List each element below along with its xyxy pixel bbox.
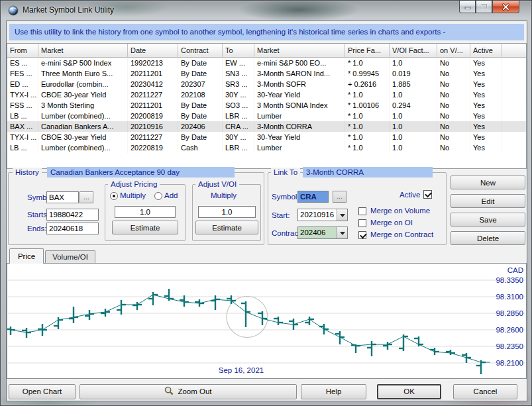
start-date-value: 20210916: [300, 211, 334, 219]
history-symbol-browse-button[interactable]: ...: [80, 191, 93, 203]
price-factor-input[interactable]: [115, 206, 176, 218]
multiply-radio-label[interactable]: Multiply: [120, 191, 146, 199]
table-cell: 1.0: [390, 132, 437, 142]
tab-price[interactable]: Price: [9, 248, 44, 264]
history-starts-input[interactable]: [46, 209, 99, 221]
contract-combobox[interactable]: 202406: [297, 227, 348, 239]
table-row[interactable]: LB ...Lumber (combined)...20220819CashLB…: [7, 142, 526, 153]
table-cell: By Date: [178, 58, 223, 68]
save-button[interactable]: Save: [451, 213, 525, 227]
price-chart-panel[interactable]: 98.335098.310098.285098.260098.235098.21…: [7, 263, 527, 379]
table-cell: 3 Month Sterling: [38, 100, 128, 111]
column-header[interactable]: Market: [38, 44, 128, 58]
column-header[interactable]: Price Fa...: [345, 44, 390, 58]
help-button[interactable]: Help: [301, 384, 366, 399]
magnifier-icon: [164, 386, 174, 395]
maximize-icon: [480, 3, 488, 11]
window-title: Market Symbol Link Utility: [23, 5, 114, 15]
voi-mode-label: Multiply: [211, 191, 237, 199]
maximize-button[interactable]: [476, 1, 492, 13]
table-cell: SR3 ...: [223, 79, 254, 89]
column-header[interactable]: Date: [128, 44, 178, 58]
column-header[interactable]: [502, 44, 527, 58]
adjust-voi-label: Adjust V/OI: [195, 179, 239, 189]
table-cell: * 1.0: [345, 132, 390, 142]
column-header[interactable]: on V/...: [437, 44, 470, 58]
merge-on-volume-checkbox[interactable]: [358, 207, 366, 215]
tab-volume-oi[interactable]: Volume/OI: [45, 250, 95, 264]
column-header[interactable]: Active: [470, 44, 502, 58]
contract-dropdown-arrow-icon[interactable]: [337, 227, 347, 238]
column-header[interactable]: Contract: [178, 44, 223, 58]
table-row[interactable]: ED ...Eurodollar (combin...2023041220230…: [7, 79, 526, 89]
table-row[interactable]: ES ...e-mini S&P 500 Index19920213By Dat…: [7, 58, 526, 68]
add-radio[interactable]: [154, 192, 162, 200]
table-row[interactable]: FSS ...3 Month Sterling20211201By DateSO…: [7, 100, 526, 111]
link-start-label: Start:: [272, 211, 290, 219]
table-cell: FSS ...: [7, 100, 38, 111]
history-symbol-input[interactable]: [46, 191, 79, 203]
column-header[interactable]: V/OI Fact...: [390, 44, 437, 58]
table-cell: 30-Year Yield: [254, 89, 345, 100]
table-cell: 0.294: [390, 100, 437, 111]
new-button[interactable]: New: [451, 176, 525, 189]
edit-button[interactable]: Edit: [451, 194, 525, 208]
table-body: ES ...e-mini S&P 500 Index19920213By Dat…: [7, 58, 526, 153]
start-date-combobox[interactable]: 20210916: [297, 209, 348, 221]
add-radio-label[interactable]: Add: [164, 191, 178, 199]
table-cell: [502, 142, 527, 153]
table-cell: [502, 68, 527, 79]
table-cell: 202307: [178, 79, 223, 89]
title-bar[interactable]: Market Symbol Link Utility: [1, 1, 531, 21]
table-cell: 1.0: [390, 89, 437, 100]
table-cell: * 1.0: [345, 142, 390, 153]
link-symbol-input[interactable]: [297, 191, 329, 203]
link-symbol-browse-button[interactable]: ...: [333, 191, 346, 203]
table-row[interactable]: LB ...Lumber (combined)...20200819By Dat…: [7, 111, 526, 121]
y-axis-tick-label: 98.2850: [496, 309, 523, 317]
symbol-links-table[interactable]: FromMarketDateContractToMarketPrice Fa..…: [7, 43, 527, 169]
cancel-button[interactable]: Cancel: [453, 384, 517, 399]
column-header[interactable]: To: [223, 44, 254, 58]
close-button[interactable]: [492, 1, 519, 13]
merge-on-contract-label[interactable]: Merge on Contract: [370, 230, 433, 238]
table-cell: Yes: [470, 68, 502, 79]
column-header[interactable]: From: [7, 44, 38, 58]
minimize-button[interactable]: [459, 1, 476, 13]
column-header[interactable]: Market: [254, 44, 345, 58]
table-cell: Yes: [470, 89, 502, 100]
table-row[interactable]: FES ...Three Month Euro S...20211201By D…: [7, 68, 526, 79]
table-cell: By Date: [178, 68, 223, 79]
ok-button[interactable]: OK: [377, 384, 441, 399]
table-cell: [502, 132, 527, 142]
table-row[interactable]: BAX ...Canadian Bankers A...202109162024…: [7, 121, 526, 132]
voi-estimate-button[interactable]: Estimate: [195, 221, 258, 234]
highlight-circle-annotation: [227, 297, 268, 338]
table-cell: No: [437, 68, 470, 79]
merge-on-oi-checkbox[interactable]: [358, 219, 366, 227]
merge-on-volume-label[interactable]: Merge on Volume: [370, 207, 430, 215]
price-estimate-button[interactable]: Estimate: [112, 221, 178, 234]
active-checkbox[interactable]: [423, 190, 432, 199]
multiply-radio[interactable]: [110, 192, 118, 200]
table-cell: 20210916: [128, 121, 178, 132]
table-cell: [502, 89, 527, 100]
table-cell: 3-Month SARON Ind...: [254, 68, 345, 79]
table-cell: * 1.0: [345, 121, 390, 132]
table-row[interactable]: TYX-I ...CBOE 30-year Yield2021122720210…: [7, 89, 526, 100]
table-cell: * 1.0: [345, 89, 390, 100]
merge-on-contract-checkbox[interactable]: [358, 231, 366, 239]
merge-on-oi-label[interactable]: Merge on OI: [370, 219, 413, 227]
start-dropdown-arrow-icon[interactable]: [337, 209, 347, 221]
table-row[interactable]: TYX-I ...CBOE 30-year Yield20211227By Da…: [7, 132, 526, 142]
delete-button[interactable]: Delete: [451, 231, 525, 245]
history-ends-input[interactable]: [46, 223, 99, 234]
open-chart-button[interactable]: Open Chart: [9, 384, 76, 399]
voi-factor-input[interactable]: [198, 206, 256, 218]
table-cell: EW ...: [223, 58, 254, 68]
zoom-out-button[interactable]: Zoom Out: [80, 384, 297, 399]
link-to-group-label: Link To: [271, 168, 300, 177]
table-cell: 3-Month CORRA: [254, 121, 345, 132]
y-axis-tick-label: 98.2600: [496, 326, 523, 334]
table-cell: SO3 ...: [223, 100, 254, 111]
